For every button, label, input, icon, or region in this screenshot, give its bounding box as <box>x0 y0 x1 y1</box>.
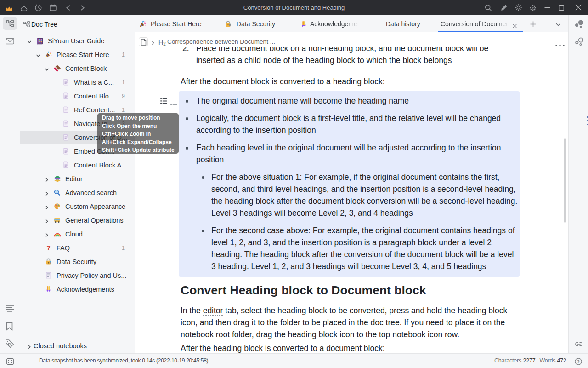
svg-text:?: ? <box>577 359 580 364</box>
svg-text:?: ? <box>46 244 51 251</box>
